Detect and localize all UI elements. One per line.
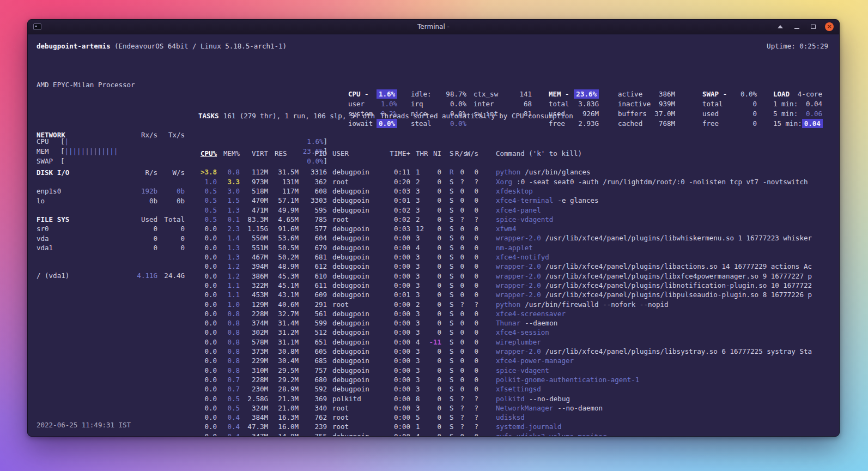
write-cell: 0 [464, 366, 478, 375]
command-args [533, 187, 537, 195]
user-cell: root [327, 215, 387, 224]
command-args [549, 366, 554, 375]
pid-cell: 681 [299, 252, 327, 262]
virt-cell: 228M [240, 309, 268, 318]
pid-cell: 611 [299, 281, 327, 290]
stat-label: buffers [618, 109, 647, 118]
stat-value: 0 [752, 119, 757, 128]
nice-cell: 0 [429, 206, 441, 215]
task-row: 0.5 0.1 83.3M 4.65M 785 root 0:02 2 0 S … [198, 215, 838, 224]
cpu-cell: 0.0 [198, 356, 217, 365]
write-cell: ? [464, 177, 478, 186]
stat-value: 1.0% [381, 99, 397, 108]
threads-cell: 3 [410, 403, 429, 413]
stat-row: MEM -23.6% [549, 89, 599, 99]
stat-row: inactive939M [618, 99, 675, 109]
threads-cell: 1 [410, 422, 429, 431]
panel-title: NETWORK [37, 130, 103, 140]
time-cell: 0:03 [387, 186, 410, 196]
state-cell: S [441, 290, 455, 299]
stat-label: active [618, 89, 642, 99]
time-cell: 0:00 [387, 347, 410, 356]
stat-value: 0.04 [806, 99, 822, 108]
command-cell: xfdesktop [478, 186, 838, 196]
threads-cell: 3 [410, 309, 429, 318]
command-args: /usr/lib/xfce4/panel/plugins/libwhiskerm… [541, 234, 812, 242]
cpu-cell: 0.5 [198, 206, 217, 215]
command-name: polkit-gnome-authentication-agent-1 [496, 376, 639, 384]
command-cell: xfwm4 [478, 224, 838, 233]
command-args [549, 328, 554, 336]
mem-cell: 0.1 [217, 215, 240, 224]
task-row: 0.0 0.4 47.3M 16.0M 239 root 0:00 1 0 S … [198, 422, 838, 431]
threads-cell: 3 [410, 206, 429, 215]
stat-label: cached [618, 119, 642, 128]
mem-cell: 0.7 [217, 375, 240, 384]
task-row: 0.0 0.8 302M 31.2M 512 debugpoin 0:00 3 … [198, 328, 838, 337]
panel-header: NETWORKRx/sTx/s [37, 130, 185, 140]
stat-value: 0.06 [806, 109, 822, 118]
command-cell: xfce4-terminal-e glances [478, 196, 838, 205]
user-cell: debugpoin [327, 271, 387, 281]
minimize-button[interactable] [792, 22, 801, 31]
mem-cell: 3.3 [217, 177, 240, 186]
threads-cell: 12 [410, 224, 429, 233]
cpu-cell: 0.0 [198, 281, 217, 290]
task-row: 0.0 0.8 228M 32.7M 561 debugpoin 0:00 3 … [198, 309, 838, 318]
command-name: gvfs-udisks2-volume-monitor [496, 432, 606, 437]
pid-cell: 679 [299, 243, 327, 252]
read-cell: ? [455, 394, 464, 403]
write-cell: 0 [464, 196, 478, 205]
user-cell: debugpoin [327, 243, 387, 252]
mem-cell: 1.3 [217, 252, 240, 262]
terminal-screen[interactable]: debugpoint-artemis (EndeavourOS 64bit / … [28, 35, 839, 436]
stat-row: total3.83G [549, 99, 599, 109]
stat-row: CPU -1.6% [348, 89, 397, 99]
command-cell: python/usr/bin/glances [478, 167, 838, 177]
state-cell: S [441, 271, 455, 281]
window-titlebar[interactable]: Terminal - × [28, 20, 839, 34]
read-cell: 0 [455, 384, 464, 394]
command-args: --no-debug [525, 395, 570, 403]
mem-cell: 0.4 [217, 422, 240, 431]
total-value: 24.4G [157, 271, 185, 280]
command-args [561, 422, 566, 431]
res-cell: 131M [268, 177, 299, 186]
write-cell: ? [464, 422, 478, 431]
command-cell: systemd-journald [478, 422, 838, 431]
user-cell: debugpoin [327, 432, 387, 437]
read-cell: 0 [455, 167, 464, 177]
mem-cell: 0.4 [217, 432, 240, 437]
read-cell: 0 [455, 328, 464, 337]
command-cell: wrapper-2.0/usr/lib/xfce4/panel/plugins/… [478, 290, 838, 299]
maximize-button[interactable] [809, 22, 817, 31]
stat-row: total0 [702, 99, 757, 109]
shade-window-button[interactable] [776, 22, 785, 31]
res-cell: 4.65M [268, 215, 299, 224]
stat-row: 15 min:0.04 [773, 119, 822, 129]
command-name: xfce4-panel [496, 206, 541, 214]
virt-cell: 386M [240, 271, 268, 281]
read-cell: 0 [455, 252, 464, 262]
user-cell: debugpoin [327, 186, 387, 196]
res-cell: 30.4M [268, 356, 299, 365]
mem-cell: 0.8 [217, 318, 240, 328]
stat-value: 0.0% [740, 89, 757, 99]
write-cell: 0 [464, 271, 478, 281]
read-cell: ? [455, 215, 464, 224]
command-name: systemd-journald [496, 422, 561, 431]
command-args: --no-daemon [553, 404, 603, 412]
state-cell: S [441, 403, 455, 413]
command-cell: xfce4-panel [478, 206, 838, 215]
virt-cell: 228M [240, 375, 268, 384]
state-cell: S [441, 375, 455, 384]
virt-cell: 302M [240, 328, 268, 337]
task-row: >3.8 0.8 112M 31.5M 3316 debugpoin 0:11 … [198, 167, 838, 177]
stat-label: free [702, 119, 719, 128]
stat-row: cached768M [618, 119, 675, 129]
threads-cell: 3 [410, 356, 429, 365]
close-button[interactable]: × [825, 22, 834, 31]
virt-cell: 470M [240, 196, 268, 205]
state-cell: S [441, 384, 455, 394]
virt-cell: 394M [240, 262, 268, 271]
